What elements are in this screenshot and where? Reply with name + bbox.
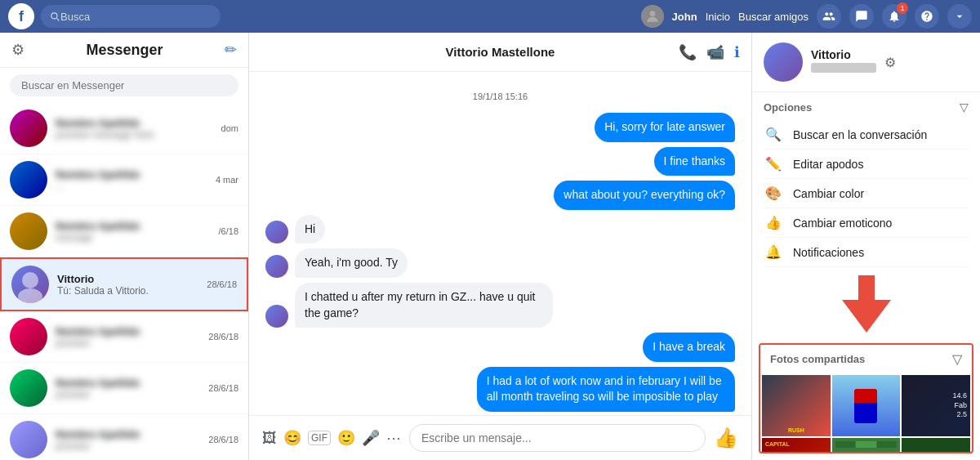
home-link[interactable]: Inicio [706,11,730,23]
svg-point-0 [649,11,655,16]
options-chevron-icon[interactable]: ▽ [960,100,969,114]
conv-item-5[interactable]: Nombre Apellido preview 28/6/18 [0,311,248,363]
conv-preview-5: preview [56,337,200,349]
photo-thumb-3[interactable]: 14.6Fab2.5 [902,375,970,436]
msg-bubble-sent-1: Hi, sorry for late answer [595,113,735,142]
find-friends-link[interactable]: Buscar amigos [738,11,808,23]
voice-call-icon[interactable]: 📞 [679,43,697,61]
option-notifications-label: Notificaciones [793,246,864,259]
conv-preview-7: preview [56,440,200,452]
option-change-emoji[interactable]: 👍 Cambiar emoticono [764,208,969,238]
msg-sent-1: Hi, sorry for late answer [265,113,735,142]
photo-thumb-1[interactable]: RUSH [762,375,831,436]
conv-preview-3: mensaje [56,232,211,243]
conv-item-6[interactable]: Nombre Apellido preview 28/6/18 [0,363,248,414]
photo-thumb-2[interactable] [832,375,901,436]
search-icon [49,11,60,22]
conv-avatar-3 [10,212,47,250]
svg-marker-3 [842,275,891,333]
conv-item-3[interactable]: Nombre Apellido mensaje /6/18 [0,206,248,257]
msg-recv-3: I chatted u after my return in GZ... hav… [265,283,735,328]
conv-meta-1: dom [221,123,238,133]
photos-grid: RUSH 14.6Fab2.5 CAPITAL [760,373,972,453]
photo-thumb-5[interactable] [832,438,901,453]
nav-icons-group: John Inicio Buscar amigos 1 [641,4,972,29]
photos-section: Fotos compartidas ▽ RUSH [759,343,973,453]
conv-meta-2: 4 mar [216,175,238,185]
conv-meta-6: 28/6/18 [208,383,238,393]
photos-header: Fotos compartidas ▽ [760,345,972,373]
right-panel: Vittorio ⚙ Opciones ▽ 🔍 Buscar en la con… [751,33,980,460]
info-icon[interactable]: ℹ [734,43,740,61]
messenger-icon-btn[interactable] [849,4,874,29]
right-contact-surname-blurred [811,63,876,73]
conv-item-1[interactable]: Nombre Apellido preview message here dom [0,103,248,154]
option-change-color[interactable]: 🎨 Cambiar color [764,179,969,208]
settings-gear-icon[interactable]: ⚙ [11,41,24,59]
sidebar-search-input[interactable] [10,74,238,96]
right-contact-name-group: Vittorio [811,48,876,76]
conv-meta-7: 28/6/18 [208,435,238,444]
photos-chevron-icon[interactable]: ▽ [952,351,962,367]
right-panel-header: Vittorio ⚙ [752,33,980,92]
right-contact-name: Vittorio [811,48,876,61]
change-emoji-icon: 👍 [764,215,783,230]
conv-name-vittorio: Vittorio [57,273,198,285]
right-gear-icon[interactable]: ⚙ [884,55,896,70]
help-icon-btn[interactable] [915,4,939,29]
msg-bubble-recv-3: I chatted u after my return in GZ... hav… [295,283,553,328]
more-icon[interactable]: ⋯ [386,429,401,447]
option-notifications[interactable]: 🔔 Notificaciones [764,238,969,267]
conv-item-2[interactable]: Nombre Apellido ... 4 mar [0,154,248,206]
more-options-icon-btn[interactable] [947,4,972,29]
conv-meta-vittorio: 28/6/18 [207,279,237,289]
conv-name-6: Nombre Apellido [56,377,200,389]
msg-recv-2: Yeah, i'm good. Ty [265,248,735,278]
conv-item-vittorio[interactable]: Vittorio Tú: Saluda a Vittorio. 28/6/18 [0,257,248,311]
notifications-icon-btn[interactable]: 1 [882,4,906,29]
conv-preview-vittorio: Tú: Saluda a Vittorio. [57,285,198,297]
gif-icon[interactable]: GIF [308,431,331,445]
photo-thumb-6[interactable]: ▓▓▓ [902,438,970,453]
msg-bubble-sent-3: what about you? everything ok? [554,181,735,210]
recv-avatar-3 [265,305,288,328]
conv-name-3: Nombre Apellido [56,220,211,232]
emoji2-icon[interactable]: 🙂 [337,429,355,447]
notifications-icon: 🔔 [764,244,783,260]
video-call-icon[interactable]: 📹 [706,43,724,61]
photos-label: Fotos compartidas [770,353,865,365]
msg-bubble-sent-4: I have a break [643,333,735,362]
red-arrow-icon [834,275,899,333]
conv-name-1: Nombre Apellido [56,117,213,129]
search-conversation-icon: 🔍 [764,127,783,142]
chat-contact-name: Vittorio Mastellone [446,45,555,59]
photo-thumb-4[interactable]: CAPITAL [762,438,831,453]
global-search-input[interactable] [60,11,191,23]
right-contact-avatar [764,42,803,82]
conv-avatar-7 [10,421,47,458]
facebook-logo: f [8,3,34,29]
sticker-icon[interactable]: 🖼 [262,430,277,447]
recv-avatar-1 [265,221,288,243]
mic-icon[interactable]: 🎤 [362,429,380,447]
conv-item-7[interactable]: Nombre Apellido preview 28/6/18 [0,414,248,460]
conversation-list: Nombre Apellido preview message here dom… [0,103,248,460]
sidebar-title: Messenger [24,42,225,59]
like-send-icon[interactable]: 👍 [714,427,738,449]
global-search-bar[interactable] [41,5,220,28]
msg-sent-5: I had a lot of work now and in february … [265,367,735,412]
conv-info-7: Nombre Apellido preview [56,428,200,452]
friends-icon-btn[interactable] [817,4,841,29]
option-color-label: Cambiar color [793,187,864,200]
options-label: Opciones [764,101,812,114]
notification-badge: 1 [897,2,908,14]
conv-avatar-6 [10,369,47,407]
chat-header: Vittorio Mastellone 📞 📹 ℹ [249,33,751,72]
message-input[interactable] [409,424,706,452]
option-search-conversation[interactable]: 🔍 Buscar en la conversación [764,120,969,150]
msg-bubble-sent-5: I had a lot of work now and in february … [477,367,735,412]
compose-icon[interactable]: ✏ [225,41,237,59]
conv-info-2: Nombre Apellido ... [56,168,207,192]
option-edit-nicknames[interactable]: ✏️ Editar apodos [764,150,969,179]
emoji-icon[interactable]: 😊 [283,429,301,447]
